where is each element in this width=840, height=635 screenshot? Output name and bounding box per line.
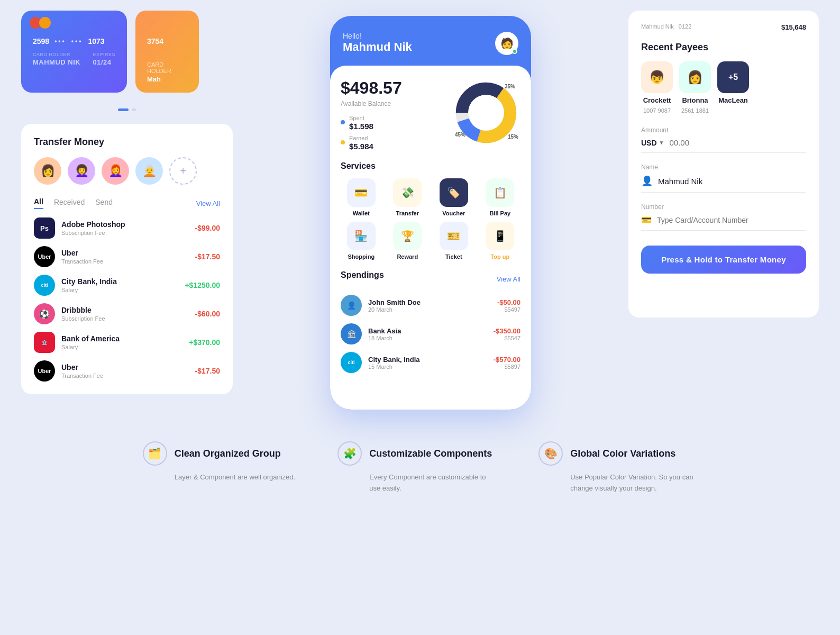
avatar-3[interactable]: 👩‍🦰 <box>102 157 129 185</box>
recent-payees-title: Recent Payees <box>641 42 806 53</box>
card-orange[interactable]: 3754 CARD HOLDER Mah <box>135 11 199 93</box>
payee-more[interactable]: +5 MacLean <box>717 61 749 114</box>
spending-citybank: citi City Bank, India 15 March -$570.00 … <box>341 352 521 373</box>
feature-customizable-title: Customizable Components <box>369 448 492 459</box>
currency-value: USD <box>641 139 657 147</box>
feature-color-header: 🎨 Global Color Variations <box>538 441 697 466</box>
transfer-icon-box: 💸 <box>393 178 422 207</box>
spending-name-bankasia: Bank Asia <box>368 327 487 335</box>
card-number-start: 2598 <box>33 37 49 46</box>
phone-username: Mahmud Nik <box>343 40 412 54</box>
right-user-label: Mahmud Nik 0122 <box>641 23 691 30</box>
service-topup-label: Top up <box>490 253 509 260</box>
card-number-end: 1073 <box>88 37 104 46</box>
feature-organized-icon: 🗂️ <box>143 441 167 466</box>
feature-organized-header: 🗂️ Clean Organized Group <box>143 441 295 466</box>
txn-sub-bofa: Salary <box>61 344 182 350</box>
avatar-circle-4: 🧑‍🦳 <box>135 157 163 185</box>
number-label: Number <box>641 203 806 211</box>
tab-send[interactable]: Send <box>95 198 113 208</box>
spending-name-john: John Smith Doe <box>368 298 491 306</box>
card-indicators <box>21 108 233 111</box>
card-expiry-label: EXPIRES <box>93 52 115 57</box>
name-input-row: 👤 <box>641 175 806 193</box>
service-reward[interactable]: 🏆 Reward <box>387 222 428 260</box>
spending-icon-john: 👤 <box>341 295 362 316</box>
service-wallet[interactable]: 💳 Wallet <box>341 178 382 216</box>
txn-bofa: 🏦 Bank of America Salary +$370.00 <box>34 332 220 353</box>
donut-label-15: 15% <box>508 134 518 140</box>
service-billpay[interactable]: 📋 Bill Pay <box>480 178 521 216</box>
card-info-row: CARD HOLDER Mahmud Nik EXPIRES 01/24 <box>33 52 115 66</box>
avatar-2[interactable]: 👩‍🦱 <box>68 157 95 185</box>
card-holder-label: CARD HOLDER <box>33 52 80 57</box>
service-transfer[interactable]: 💸 Transfer <box>387 178 428 216</box>
avatar-4[interactable]: 🧑‍🦳 <box>135 157 163 185</box>
right-user-name: Mahmud Nik <box>641 23 674 30</box>
feature-customizable-desc: Every Component are customizable to use … <box>337 472 496 494</box>
main-wrapper: 2598 ••• ••• 1073 CARD HOLDER Mahmud Nik… <box>0 0 840 515</box>
payee-crockett[interactable]: 👦 Crockett 1007 9087 <box>641 61 673 114</box>
avatar-add-button[interactable]: + <box>169 157 197 185</box>
card-expiry-value: 01/24 <box>93 58 115 66</box>
phone-mockup: Hello! Mahmud Nik 🧑 $498.57 Available <box>330 16 531 410</box>
txn-amount-dribbble: -$60.00 <box>195 310 220 318</box>
spending-info-bankasia: Bank Asia 18 March <box>368 327 487 341</box>
shopping-icon-box: 🏪 <box>347 222 376 250</box>
spending-amt-citybank: -$570.00 <box>494 356 521 364</box>
spending-amount-citybank: -$570.00 $5897 <box>494 356 521 370</box>
feature-organized-title: Clean Organized Group <box>175 448 281 459</box>
amount-input[interactable] <box>669 138 806 147</box>
service-shopping[interactable]: 🏪 Shopping <box>341 222 382 260</box>
spending-amount-john: -$50.00 $5497 <box>497 298 521 313</box>
service-ticket[interactable]: 🎫 Ticket <box>433 222 474 260</box>
donut-chart: 35% 45% 15% <box>452 78 521 147</box>
payee-brionna[interactable]: 👩 Brionna 2561 1881 <box>679 61 711 114</box>
txn-dribbble: ⚽ Dribbble Subscription Fee -$60.00 <box>34 303 220 324</box>
feature-color-desc: Use Popular Color Variation. So you can … <box>538 472 697 494</box>
bottom-section: 🗂️ Clean Organized Group Layer & Compone… <box>0 410 840 515</box>
spending-bankasia: 🏦 Bank Asia 18 March -$350.00 $5547 <box>341 323 521 344</box>
txn-amount-uber1: -$17.50 <box>195 252 220 261</box>
tab-received[interactable]: Received <box>54 198 85 208</box>
earned-value: $5.984 <box>349 142 373 151</box>
service-voucher[interactable]: 🏷️ Voucher <box>433 178 474 216</box>
middle-panel: Hello! Mahmud Nik 🧑 $498.57 Available <box>249 11 613 410</box>
phone-user-avatar[interactable]: 🧑 <box>495 32 518 55</box>
spending-bal-bankasia: $5547 <box>494 335 521 341</box>
avatars-row: 👩 👩‍🦱 👩‍🦰 🧑‍🦳 + <box>34 157 220 185</box>
tab-all[interactable]: All <box>34 197 43 209</box>
balance-stats: Spent $1.598 Earned $5.984 <box>341 114 402 151</box>
txn-amount-uber2: -$17.50 <box>195 367 220 375</box>
spendings-view-all[interactable]: View All <box>497 275 521 283</box>
spent-dot <box>341 120 345 124</box>
spent-label: Spent <box>349 115 364 121</box>
service-topup[interactable]: 📱 Top up <box>480 222 521 260</box>
mastercard-orange <box>39 17 51 29</box>
form-name-field: Name 👤 <box>641 164 806 193</box>
spending-date-bankasia: 18 March <box>368 335 487 341</box>
card-holder-name: Mahmud Nik <box>33 58 80 66</box>
transfer-title: Transfer Money <box>34 137 220 148</box>
feature-organized: 🗂️ Clean Organized Group Layer & Compone… <box>143 441 295 494</box>
card-orange-start: 3754 <box>147 37 163 46</box>
spending-date-john: 20 March <box>368 306 491 313</box>
spending-icon-citybank: citi <box>341 352 362 373</box>
name-input[interactable] <box>658 177 806 186</box>
currency-select[interactable]: USD ▼ <box>641 139 664 147</box>
spending-name-citybank: City Bank, India <box>368 356 487 364</box>
ticket-icon-box: 🎫 <box>440 222 468 250</box>
account-number-input[interactable] <box>657 216 806 224</box>
card-dots-2: ••• <box>71 38 83 45</box>
card-blue[interactable]: 2598 ••• ••• 1073 CARD HOLDER Mahmud Nik… <box>21 11 127 93</box>
view-all-transactions[interactable]: View All <box>196 199 220 207</box>
payee-avatar-crockett: 👦 <box>641 61 673 93</box>
form-amount-field: Ammount USD ▼ <box>641 126 806 153</box>
form-number-field: Number 💳 <box>641 203 806 231</box>
spending-bal-john: $5497 <box>497 306 521 313</box>
txn-icon-uber2: Uber <box>34 360 55 382</box>
card-dots-1: ••• <box>54 38 66 45</box>
avatar-1[interactable]: 👩 <box>34 157 61 185</box>
transfer-money-button[interactable]: Press & Hold to Transfer Money <box>641 246 806 274</box>
card-holder-section: CARD HOLDER Mahmud Nik <box>33 52 80 66</box>
